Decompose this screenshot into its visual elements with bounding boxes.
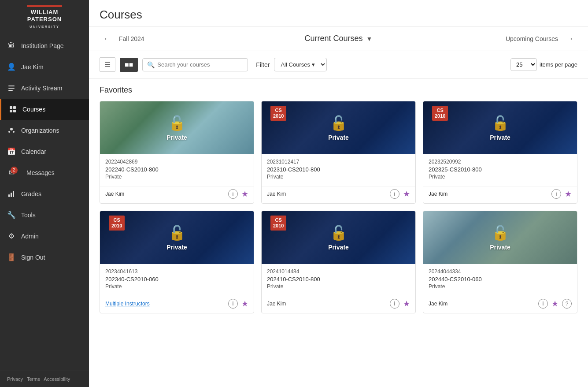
sidebar-item-label: Jae Kim — [21, 63, 44, 71]
messages-badge: 2 — [11, 167, 18, 174]
sidebar-item-label: Activity Stream — [21, 85, 62, 92]
sidebar-item-label: Sign Out — [21, 254, 45, 261]
multiple-instructors-link[interactable]: Multiple Instructors — [105, 301, 150, 307]
svg-rect-4 — [13, 106, 16, 109]
course-card[interactable]: CS2010 🔓 Private 20232520992 202325-CS20… — [423, 101, 577, 204]
privacy-link[interactable]: Privacy — [7, 376, 23, 382]
info-button[interactable]: i — [390, 189, 399, 199]
info-button[interactable]: i — [551, 189, 561, 199]
list-view-button[interactable]: ☰ — [100, 57, 115, 72]
tools-icon: 🔧 — [7, 211, 16, 220]
nav-bar-right: Upcoming Courses → — [418, 32, 577, 45]
search-input[interactable] — [157, 61, 243, 68]
favorite-button[interactable]: ★ — [241, 299, 248, 309]
card-image: CS2010 🔓 Private — [423, 101, 577, 154]
sidebar-item-calendar[interactable]: 📅 Calendar — [0, 141, 89, 162]
sidebar-item-grades[interactable]: Grades — [0, 183, 89, 205]
accessibility-link[interactable]: Accessibility — [44, 376, 70, 382]
calendar-icon: 📅 — [7, 147, 16, 156]
card-instructor: Jae Kim — [429, 191, 447, 197]
sidebar-item-courses[interactable]: Courses — [0, 99, 89, 120]
filter-dropdown[interactable]: All Courses ▾ — [274, 58, 327, 71]
course-card[interactable]: 🔓 Private 20244044334 202440-CS2010-060 … — [423, 211, 577, 313]
card-image: 🔓 Private — [423, 211, 577, 264]
page-title: Courses — [100, 8, 577, 22]
favorite-button[interactable]: ★ — [565, 189, 572, 199]
sidebar-item-institution-page[interactable]: 🏛 Institution Page — [0, 35, 89, 56]
sidebar-item-label: Organizations — [21, 127, 59, 134]
info-button[interactable]: i — [228, 299, 238, 309]
sidebar-item-label: Calendar — [21, 148, 46, 155]
card-overlay: 🔓 Private — [262, 101, 415, 154]
sidebar-item-label: Institution Page — [21, 42, 64, 49]
card-footer: Jae Kim i ★ ? — [423, 296, 577, 313]
course-card[interactable]: CS2010 🔓 Private 20231012417 202310-CS20… — [261, 101, 416, 204]
card-id: 20234041613 — [105, 268, 248, 275]
svg-rect-0 — [8, 86, 15, 86]
favorite-button[interactable]: ★ — [403, 299, 410, 309]
activity-icon — [7, 84, 16, 93]
card-actions: i ★ — [390, 189, 410, 199]
private-label: Private — [166, 244, 187, 251]
card-overlay: 🔓 Private — [423, 101, 577, 154]
nav-bar-center: Current Courses ▼ — [259, 34, 418, 43]
items-per-page: 25 50 100 items per page — [510, 58, 577, 71]
terms-link[interactable]: Terms — [27, 376, 40, 382]
courses-icon — [8, 105, 17, 114]
card-image: 🔓 Private — [100, 101, 254, 154]
card-instructor: Multiple Instructors — [105, 301, 150, 307]
card-footer: Jae Kim i ★ — [423, 186, 577, 203]
next-term-button[interactable]: → — [562, 32, 577, 45]
svg-rect-1 — [8, 88, 15, 89]
sidebar: WilliamPatersonUniversity 🏛 Institution … — [0, 0, 89, 387]
lock-icon: 🔓 — [168, 115, 186, 131]
sidebar-item-label: Tools — [21, 212, 36, 219]
favorites-title: Favorites — [100, 86, 577, 95]
sidebar-item-label: Courses — [22, 106, 45, 113]
card-footer: Jae Kim i ★ — [262, 296, 415, 313]
items-per-page-select[interactable]: 25 50 100 — [510, 58, 537, 71]
card-actions: i ★ — [551, 189, 572, 199]
private-label: Private — [490, 244, 510, 251]
term-dropdown-icon[interactable]: ▼ — [366, 35, 373, 42]
svg-point-8 — [8, 131, 10, 133]
sidebar-item-organizations[interactable]: Organizations — [0, 120, 89, 141]
svg-rect-6 — [13, 110, 16, 112]
course-card[interactable]: CS2010 🔓 Private 20241014484 202410-CS20… — [261, 211, 416, 313]
organizations-icon — [7, 126, 16, 135]
sidebar-item-messages[interactable]: ✉ 2 Messages — [0, 162, 89, 183]
private-label: Private — [166, 134, 187, 141]
grid-view-button[interactable]: ■■ — [120, 58, 138, 72]
card-footer: Multiple Instructors i ★ — [100, 296, 254, 313]
sidebar-item-label: Admin — [21, 233, 39, 240]
user-icon: 👤 — [7, 63, 16, 71]
favorite-button[interactable]: ★ — [241, 189, 248, 199]
info-button[interactable]: i — [538, 299, 548, 309]
prev-term-button[interactable]: ← — [100, 32, 115, 45]
card-status: Private — [429, 174, 572, 180]
sidebar-item-activity-stream[interactable]: Activity Stream — [0, 78, 89, 99]
card-actions: i ★ — [228, 299, 248, 309]
card-image: CS2010 🔓 Private — [262, 101, 415, 154]
svg-rect-11 — [11, 193, 12, 197]
sidebar-item-sign-out[interactable]: 🚪 Sign Out — [0, 247, 89, 268]
svg-rect-12 — [13, 191, 14, 197]
card-body: 20231012417 202310-CS2010-800 Private — [262, 154, 415, 186]
lock-icon: 🔓 — [492, 115, 509, 131]
favorite-button[interactable]: ★ — [551, 299, 558, 309]
sidebar-item-jae-kim[interactable]: 👤 Jae Kim — [0, 56, 89, 78]
course-card[interactable]: 🔓 Private 20224042869 202240-CS2010-800 … — [100, 101, 254, 204]
card-overlay: 🔓 Private — [423, 211, 577, 264]
content-area: Favorites 🔓 Private 20224042869 202240-C… — [89, 78, 588, 387]
page-header: Courses — [89, 0, 588, 26]
lock-icon: 🔓 — [330, 115, 348, 131]
sidebar-item-admin[interactable]: ⚙ Admin — [0, 226, 89, 247]
favorite-button[interactable]: ★ — [403, 189, 410, 199]
sidebar-item-tools[interactable]: 🔧 Tools — [0, 205, 89, 226]
toolbar: ☰ ■■ 🔍 Filter All Courses ▾ 25 50 100 it… — [89, 51, 588, 78]
course-card[interactable]: CS2010 🔓 Private 20234041613 202340-CS20… — [100, 211, 254, 313]
sidebar-footer: Privacy Terms Accessibility — [0, 371, 89, 387]
info-button[interactable]: i — [228, 189, 238, 199]
info-button[interactable]: i — [390, 299, 399, 309]
help-button[interactable]: ? — [562, 299, 572, 309]
